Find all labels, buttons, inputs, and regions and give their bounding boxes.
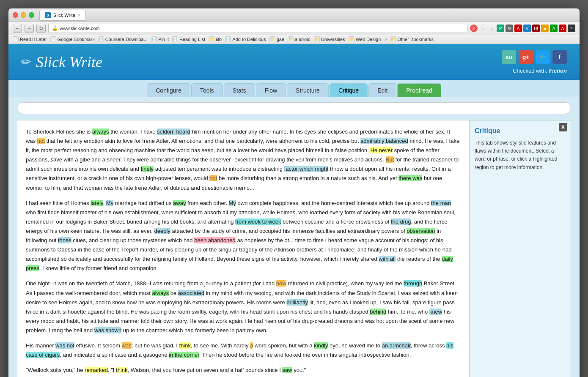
highlight-was[interactable]: was — [122, 342, 132, 349]
bookmark-read-it-later[interactable]: 📄 Read It Later — [13, 36, 47, 42]
highlight-been-abandoned[interactable]: been abandoned — [194, 237, 236, 243]
critique-title: Critique — [475, 127, 566, 135]
nav-tabs: Configure Tools Stats Flow Structure Cri… — [8, 80, 580, 97]
pocket-icon[interactable]: P — [497, 25, 504, 32]
highlight-the-man[interactable]: the man — [431, 200, 451, 206]
app-header: ✏ Slick Write su g+ 🐦 f Checked with: Fi… — [8, 44, 580, 80]
highlight-always[interactable]: always — [92, 128, 109, 135]
highlight-saw[interactable]: saw — [282, 367, 292, 373]
highlight-factor[interactable]: factor which might — [284, 166, 329, 172]
highlight-observation[interactable]: observation — [407, 228, 435, 234]
tab-proofread[interactable]: Proofread — [397, 83, 441, 97]
highlight-seldom[interactable]: seldom heard — [157, 128, 190, 135]
highlight-in-the-corner[interactable]: in the corner — [169, 352, 199, 358]
ext2-icon[interactable]: H! — [532, 25, 540, 32]
highlight-the-drug[interactable]: the drug — [391, 219, 411, 225]
bookmark-google-bookmark[interactable]: 📄 Google Bookmark — [50, 36, 95, 42]
highlight-with-all[interactable]: with all — [379, 256, 396, 262]
bookmark-icon[interactable]: ☆ — [488, 25, 495, 32]
tab-close-button[interactable]: × — [78, 13, 80, 18]
address-bar[interactable]: 🔒 www.slickwrite.com — [48, 24, 467, 33]
ext4-icon[interactable]: A — [550, 25, 558, 32]
maximize-button[interactable] — [29, 12, 34, 18]
highlight-an-armchair[interactable]: an armchair — [382, 342, 411, 349]
search-input[interactable] — [17, 102, 571, 114]
bookmark-android[interactable]: 📁 android — [288, 36, 310, 42]
highlight-those[interactable]: those — [58, 237, 71, 243]
bookmark-coursera[interactable]: 📄 Coursera Downloa... — [98, 36, 148, 42]
tab-flow[interactable]: Flow — [256, 83, 286, 97]
highlight-from-week[interactable]: from week to week — [235, 219, 281, 225]
close-button[interactable] — [13, 12, 18, 18]
text-area[interactable]: To Sherlock Holmes she is always the wom… — [17, 120, 470, 377]
bookmark-add-delicious[interactable]: 📄 Add to Delicious — [225, 36, 266, 42]
highlight-was-shown[interactable]: was shown — [94, 327, 121, 333]
bookmark-folder-icon3: 📄 — [98, 36, 104, 42]
highlight-how[interactable]: how — [276, 280, 286, 287]
highlight-a[interactable]: a — [250, 342, 253, 349]
highlight-not[interactable]: not — [37, 138, 45, 144]
tab-edit[interactable]: Edit — [368, 83, 396, 97]
bookmark-folder-icon2: 📄 — [50, 36, 56, 42]
refresh-button[interactable]: ↻ — [36, 24, 46, 33]
bookmarks-overflow: » — [384, 37, 387, 42]
highlight-remarked[interactable]: remarked — [85, 367, 108, 373]
highlight-lately[interactable]: lately — [91, 200, 103, 206]
highlight-my[interactable]: My — [106, 200, 113, 206]
highlight-think[interactable]: think — [179, 342, 191, 349]
highlight-knew[interactable]: knew — [429, 309, 442, 315]
highlight-deeply[interactable]: deeply — [154, 228, 170, 234]
app-logo: ✏ Slick Write — [21, 53, 102, 71]
tab-configure[interactable]: Configure — [147, 83, 190, 97]
paragraph-2: I had seen little of Holmes lately. My m… — [26, 199, 461, 273]
twitter-icon[interactable]: 🐦 — [536, 50, 550, 64]
bookmark-other[interactable]: 📁 Other Bookmarks — [390, 36, 434, 42]
ext3-icon[interactable]: ★ — [541, 25, 549, 32]
nav-icons: ✕ ☆ ☆ P ⚙ A V H! ★ A A ≡ — [470, 25, 575, 32]
critique-close-button[interactable]: X — [559, 123, 567, 131]
highlight-he-never[interactable]: He never — [370, 147, 393, 153]
browser-tab[interactable]: S Slick Write × — [39, 10, 86, 21]
highlight-behind[interactable]: behind — [370, 309, 386, 315]
highlight-finely[interactable]: finely — [141, 166, 154, 172]
bookmark-universities[interactable]: 📁 Universities — [314, 36, 345, 42]
browser-ext-icon[interactable]: V — [523, 25, 531, 32]
highlight-admirably[interactable]: admirably balanced — [360, 138, 408, 144]
stumbleupon-icon[interactable]: su — [502, 50, 516, 64]
paragraph-4: His manner was not effusive. It seldom w… — [26, 341, 461, 360]
highlight-associated[interactable]: associated — [178, 290, 204, 296]
ext5-icon[interactable]: A — [559, 25, 566, 32]
forward-button[interactable]: → — [25, 24, 34, 33]
tab-critique[interactable]: Critique — [330, 83, 368, 97]
bookmark-iitb[interactable]: 📁 iitb — [209, 36, 222, 42]
minimize-button[interactable] — [21, 12, 26, 18]
ext6-icon[interactable]: ≡ — [568, 25, 575, 32]
google-plus-icon[interactable]: g+ — [519, 50, 533, 64]
highlight-away[interactable]: away — [173, 200, 186, 206]
bookmark-reading-list[interactable]: 📄 Reading List — [172, 36, 205, 42]
highlight-but[interactable]: But — [386, 156, 394, 163]
tools-icon[interactable]: ⚙ — [506, 25, 513, 32]
highlight-kindly[interactable]: kindly — [314, 342, 328, 349]
highlight-think2[interactable]: think — [116, 367, 127, 373]
stop-icon[interactable]: ✕ — [470, 25, 478, 32]
adblock-icon[interactable]: A — [514, 25, 522, 32]
highlight-there-was[interactable]: there was — [398, 175, 422, 181]
highlight-not2[interactable]: not — [209, 175, 217, 181]
bookmark-pinit[interactable]: 📄 Pin It — [151, 36, 169, 42]
highlight-was-not[interactable]: was not — [55, 342, 74, 349]
back-button[interactable]: ← — [13, 24, 22, 33]
highlight-my-own[interactable]: My — [229, 200, 236, 206]
bookmark-gae[interactable]: 📁 gae — [269, 36, 284, 42]
highlight-brilliantly[interactable]: brilliantly — [286, 299, 308, 306]
bookmark-folder-icon10: 📁 — [314, 36, 320, 42]
facebook-icon[interactable]: f — [552, 50, 567, 64]
star-icon[interactable]: ☆ — [479, 25, 486, 32]
tab-structure[interactable]: Structure — [287, 83, 329, 97]
tab-tools[interactable]: Tools — [191, 83, 223, 97]
paragraph-1: To Sherlock Holmes she is always the wom… — [26, 127, 461, 193]
highlight-always2[interactable]: always — [152, 290, 169, 296]
tab-stats[interactable]: Stats — [224, 83, 255, 97]
bookmark-web-design[interactable]: 📁 Web Design — [349, 36, 381, 42]
highlight-through[interactable]: through — [404, 280, 422, 287]
